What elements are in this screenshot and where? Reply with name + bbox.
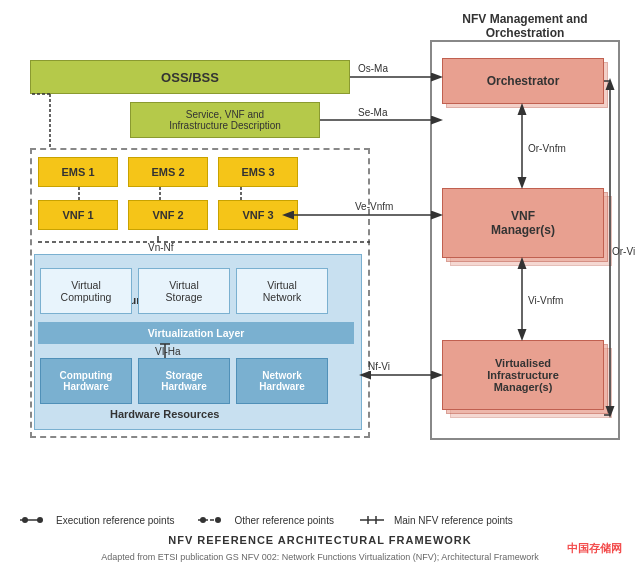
nf-vi-label: Nf-Vi [368, 361, 390, 372]
ems1-box: EMS 1 [38, 157, 118, 187]
vnf3-box: VNF 3 [218, 200, 298, 230]
service-desc-text: Service, VNF andInfrastructure Descripti… [169, 109, 281, 131]
ems-container: EMS 1 EMS 2 EMS 3 [38, 157, 298, 187]
virtualization-layer: Virtualization Layer [38, 322, 354, 344]
orchestrator-box: Orchestrator [442, 58, 604, 104]
footer-sub: Adapted from ETSI publication GS NFV 002… [0, 552, 640, 562]
svg-point-23 [215, 517, 221, 523]
se-ma-label: Se-Ma [358, 107, 388, 118]
oss-bss-box: OSS/BSS [30, 60, 350, 94]
network-hardware-box: NetworkHardware [236, 358, 328, 404]
vnf2-box: VNF 2 [128, 200, 208, 230]
vim-box: VirtualisedInfrastructureManager(s) [442, 340, 604, 410]
virtual-computing-box: VirtualComputing [40, 268, 132, 314]
vn-nf-label: Vn-Nf [148, 242, 174, 253]
vnf1-box: VNF 1 [38, 200, 118, 230]
legend-other: Other reference points [198, 514, 334, 526]
ems3-box: EMS 3 [218, 157, 298, 187]
legend-main: Main NFV reference points [358, 514, 513, 526]
svg-point-22 [200, 517, 206, 523]
legend-execution: Execution reference points [20, 514, 174, 526]
diagram-wrapper: NFV Management and Orchestration OSS/BSS… [0, 0, 640, 576]
watermark: 中国存储网 [567, 541, 622, 556]
footer-title: NFV REFERENCE ARCHITECTURAL FRAMEWORK [0, 534, 640, 546]
legend: Execution reference points Other referen… [20, 514, 513, 526]
storage-hardware-box: StorageHardware [138, 358, 230, 404]
os-ma-label: Os-Ma [358, 63, 388, 74]
virtual-network-box: VirtualNetwork [236, 268, 328, 314]
ems2-box: EMS 2 [128, 157, 208, 187]
hardware-resources-label: Hardware Resources [110, 408, 219, 420]
hardware-row: ComputingHardware StorageHardware Networ… [40, 358, 328, 404]
virtual-storage-box: VirtualStorage [138, 268, 230, 314]
svg-point-19 [22, 517, 28, 523]
vi-ha-label: VI-Ha [155, 346, 181, 357]
vnf-manager-box: VNFManager(s) [442, 188, 604, 258]
vnf-container: VNF 1 VNF 2 VNF 3 [38, 200, 298, 230]
computing-hardware-box: ComputingHardware [40, 358, 132, 404]
virtual-row: VirtualComputing VirtualStorage VirtualN… [40, 268, 328, 314]
nfv-mgmt-title: NFV Management and Orchestration [430, 12, 620, 40]
service-desc-box: Service, VNF andInfrastructure Descripti… [130, 102, 320, 138]
svg-point-20 [37, 517, 43, 523]
